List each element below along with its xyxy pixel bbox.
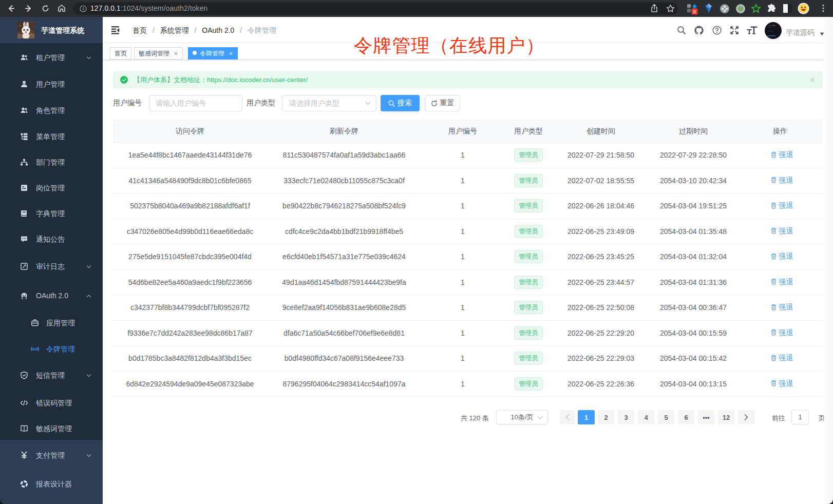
svg-text:A: A: [33, 347, 36, 352]
svg-text:9: 9: [693, 9, 696, 14]
